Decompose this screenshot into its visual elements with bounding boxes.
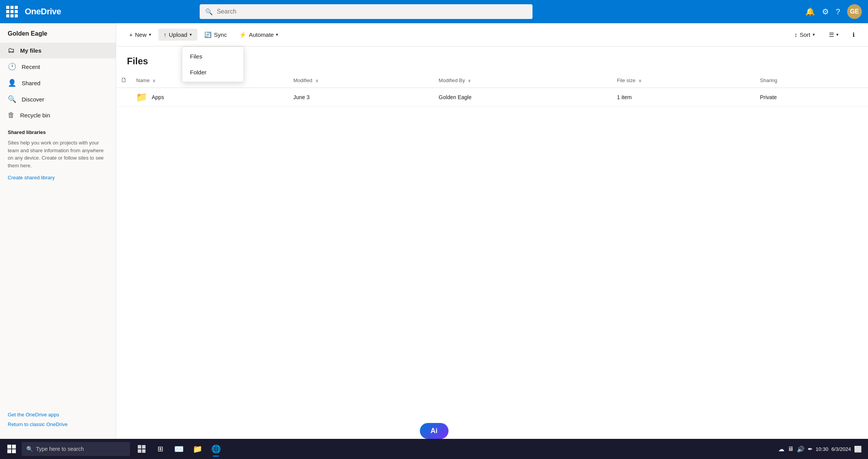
sidebar-item-recycle-bin[interactable]: 🗑 Recycle bin — [0, 107, 116, 123]
search-box[interactable]: 🔍 — [200, 4, 532, 19]
col-sharing-header: Sharing — [755, 73, 868, 88]
info-button[interactable]: ℹ — [847, 29, 860, 41]
sidebar-item-discover[interactable]: 🔍 Discover — [0, 91, 116, 107]
sidebar-user: Golden Eagle — [0, 27, 116, 43]
modified-by-sort-arrow: ∨ — [468, 78, 471, 83]
sidebar-item-label-recycle-bin: Recycle bin — [20, 112, 50, 119]
svg-rect-6 — [138, 449, 141, 453]
shared-libraries-desc: Sites help you work on projects with you… — [0, 138, 116, 173]
svg-rect-1 — [12, 445, 16, 449]
row-modified-by: Golden Eagle — [434, 88, 613, 107]
automate-button[interactable]: ⚡ Automate ▾ — [234, 29, 284, 41]
nav-right-actions: 🔔 ⚙ ? GE — [805, 4, 862, 19]
search-input[interactable] — [217, 8, 527, 15]
taskbar-mail[interactable]: ✉️ — [170, 440, 187, 457]
pen-tray-icon[interactable]: ✒ — [808, 445, 813, 453]
start-button[interactable] — [3, 440, 20, 457]
search-icon: 🔍 — [205, 8, 213, 15]
view-icon: ☰ — [829, 31, 834, 38]
upload-dropdown: Files Folder — [182, 46, 244, 82]
col-modified-by-header[interactable]: Modified By ∨ — [434, 73, 613, 88]
apps-grid-icon[interactable] — [6, 6, 18, 17]
row-modified: June 3 — [289, 88, 434, 107]
sidebar-item-my-files[interactable]: 🗂 My files — [0, 43, 116, 58]
col-file-size-header[interactable]: File size ∨ — [612, 73, 755, 88]
main-layout: Golden Eagle 🗂 My files 🕐 Recent 👤 Share… — [0, 23, 868, 439]
onedrive-tray-icon[interactable]: ☁ — [778, 445, 784, 453]
shared-icon: 👤 — [8, 79, 16, 87]
discover-icon: 🔍 — [8, 95, 16, 103]
taskbar-search-icon: 🔍 — [26, 446, 33, 452]
avatar[interactable]: GE — [847, 4, 862, 19]
sort-chevron-icon: ▾ — [813, 32, 815, 37]
sync-label: Sync — [214, 31, 227, 38]
sidebar-item-shared[interactable]: 👤 Shared — [0, 75, 116, 91]
sync-button[interactable]: 🔄 Sync — [199, 29, 232, 41]
svg-rect-4 — [138, 445, 141, 449]
taskbar-explorer[interactable]: 📁 — [189, 440, 206, 457]
my-files-icon: 🗂 — [8, 46, 15, 55]
taskbar-right: ☁ 🖥 🔊 ✒ 10:30 6/3/2024 ⬜ — [778, 445, 865, 453]
info-icon: ℹ — [853, 31, 855, 38]
shared-libraries-title: Shared libraries — [0, 123, 116, 138]
folder-icon: 📁 — [136, 92, 147, 103]
col-modified-header[interactable]: Modified ∨ — [289, 73, 434, 88]
table-row[interactable]: 📁 Apps June 3 Golden Eagle 1 item Privat… — [116, 88, 868, 107]
sidebar: Golden Eagle 🗂 My files 🕐 Recent 👤 Share… — [0, 23, 116, 439]
upload-files-option[interactable]: Files — [182, 48, 243, 64]
new-label: New — [135, 31, 147, 38]
show-desktop-icon[interactable]: ⬜ — [854, 445, 862, 453]
sort-icon: ↕ — [794, 31, 798, 38]
sidebar-item-label-recent: Recent — [22, 64, 40, 70]
taskbar-search[interactable]: 🔍 Type here to search — [22, 442, 130, 456]
main-content: Files 🗋 Name ∨ Modified ∨ — [116, 46, 868, 439]
sync-icon: 🔄 — [204, 31, 212, 38]
upload-label: Upload — [169, 31, 187, 38]
new-chevron-icon: ▾ — [149, 32, 151, 37]
taskbar-edge[interactable]: 🌐 — [207, 440, 224, 457]
row-file-size: 1 item — [612, 88, 755, 107]
new-button[interactable]: + New ▾ — [124, 29, 157, 41]
view-button[interactable]: ☰ ▾ — [823, 29, 844, 41]
get-apps-link[interactable]: Get the OneDrive apps — [8, 412, 108, 418]
top-navbar: OneDrive 🔍 🔔 ⚙ ? GE — [0, 0, 868, 23]
taskbar-apps: ⊞ ✉️ 📁 🌐 — [133, 440, 224, 457]
toolbar-right: ↕ Sort ▾ ☰ ▾ ℹ — [789, 29, 860, 41]
automate-label: Automate — [249, 31, 274, 38]
row-file-name[interactable]: 📁 Apps — [136, 92, 284, 103]
automate-icon: ⚡ — [239, 31, 247, 38]
toolbar: + New ▾ ↑ Upload ▾ 🔄 Sync ⚡ Automate ▾ ↕ — [116, 23, 868, 46]
row-sharing: Private — [755, 88, 868, 107]
view-chevron-icon: ▾ — [836, 32, 839, 37]
taskbar-widgets[interactable]: ⊞ — [152, 440, 169, 457]
recycle-bin-icon: 🗑 — [8, 111, 15, 119]
svg-rect-0 — [7, 445, 11, 449]
create-shared-library-link[interactable]: Create shared library — [0, 173, 116, 182]
sort-button[interactable]: ↕ Sort ▾ — [789, 29, 820, 41]
notification-icon[interactable]: 🔔 — [805, 7, 815, 16]
svg-rect-7 — [142, 449, 146, 453]
sidebar-item-label-discover: Discover — [22, 96, 44, 103]
row-name: Apps — [152, 94, 164, 100]
sidebar-bottom: Get the OneDrive apps Return to classic … — [0, 404, 116, 435]
upload-button[interactable]: ↑ Upload ▾ — [158, 29, 197, 41]
automate-chevron-icon: ▾ — [276, 32, 278, 37]
svg-rect-2 — [7, 449, 11, 453]
svg-rect-3 — [12, 449, 16, 453]
upload-chevron-icon: ▾ — [190, 32, 192, 37]
col-checkbox[interactable]: 🗋 — [116, 73, 132, 88]
ai-button[interactable]: Ai — [420, 423, 449, 439]
display-tray-icon[interactable]: 🖥 — [788, 445, 794, 452]
taskbar-time: 10:30 — [816, 446, 829, 452]
taskbar-task-view[interactable] — [133, 440, 150, 457]
sidebar-item-label-my-files: My files — [20, 47, 41, 54]
name-sort-arrow: ∨ — [152, 78, 156, 83]
settings-icon[interactable]: ⚙ — [822, 7, 829, 16]
sidebar-item-recent[interactable]: 🕐 Recent — [0, 58, 116, 75]
app-logo: OneDrive — [25, 7, 61, 17]
row-checkbox[interactable] — [116, 88, 132, 107]
upload-folder-option[interactable]: Folder — [182, 64, 243, 80]
help-icon[interactable]: ? — [836, 7, 840, 16]
volume-tray-icon[interactable]: 🔊 — [797, 445, 805, 453]
return-classic-link[interactable]: Return to classic OneDrive — [8, 421, 108, 427]
